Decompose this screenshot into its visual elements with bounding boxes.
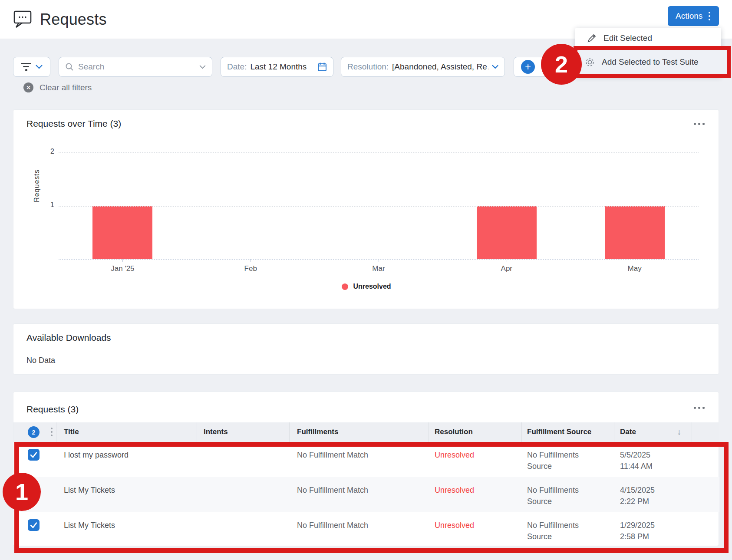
annotation-number: 1 <box>15 478 28 505</box>
clear-all-filters[interactable]: ✕ Clear all filters <box>23 82 92 92</box>
x-tick-label: Apr <box>442 264 570 273</box>
cell-resolution: Unresolved <box>435 520 474 531</box>
plus-icon: + <box>521 60 535 74</box>
clear-all-filters-label: Clear all filters <box>40 83 92 92</box>
gridline <box>59 206 699 207</box>
x-tick-label: Feb <box>187 264 315 273</box>
cell-title: List My Tickets <box>64 484 115 496</box>
cell-date: 4/15/20252:22 PM <box>620 484 655 507</box>
legend-dot <box>342 283 348 290</box>
bar-unresolved <box>605 206 665 259</box>
column-divider <box>521 422 522 442</box>
cell-resolution: Unresolved <box>435 449 474 461</box>
menu-item-label: Add Selected to Test Suite <box>602 57 699 67</box>
chart-menu-button[interactable] <box>692 121 706 127</box>
x-tick-label: Mar <box>315 264 443 273</box>
bar-unresolved <box>477 206 537 259</box>
sort-descending-icon: ↓ <box>677 427 681 437</box>
menu-item-add-to-test-suite[interactable]: Add Selected to Test Suite <box>574 46 731 78</box>
requests-table-card: Requests (3) 2 Title Intents Fulfillment… <box>13 392 719 546</box>
resolution-filter[interactable]: Resolution: [Abandoned, Assisted, Re… <box>341 57 505 77</box>
table-kebab-icon[interactable] <box>50 427 53 437</box>
column-divider <box>429 422 429 442</box>
actions-button[interactable]: Actions <box>668 6 719 26</box>
y-axis-title: Requests <box>33 160 41 212</box>
x-axis-tick <box>635 259 635 262</box>
annotation-circle-2: 2 <box>541 44 582 85</box>
legend-label: Unresolved <box>353 283 391 290</box>
x-axis-tick <box>379 259 379 262</box>
column-header-resolution[interactable]: Resolution <box>435 428 473 436</box>
x-axis-tick <box>122 259 123 262</box>
date-filter-label: Date: <box>227 62 247 72</box>
cell-title: List My Tickets <box>64 520 115 531</box>
date-filter[interactable]: Date: Last 12 Months <box>221 57 333 77</box>
search-input[interactable] <box>78 62 195 72</box>
chevron-down-icon <box>36 65 43 69</box>
page-title: Requests <box>40 10 107 29</box>
available-downloads-card: Available Downloads No Data <box>13 323 719 375</box>
more-options-icon <box>709 12 710 20</box>
cell-title: I lost my password <box>64 449 129 461</box>
cell-date: 5/5/202511:44 AM <box>620 449 653 472</box>
selected-count-badge: 2 <box>28 426 40 438</box>
legend-item-unresolved[interactable]: Unresolved <box>13 283 719 290</box>
cell-fulfillment-source: No Fulfillments Source <box>527 449 592 472</box>
calendar-icon <box>317 62 327 72</box>
cell-fulfillments: No Fulfillment Match <box>297 449 368 461</box>
row-checkbox-checked[interactable] <box>28 519 40 531</box>
filter-button[interactable] <box>13 57 50 77</box>
cell-fulfillment-source: No Fulfillments Source <box>527 484 592 507</box>
x-axis-tick <box>251 259 251 262</box>
filter-lines-icon <box>21 63 31 71</box>
column-divider <box>692 422 692 442</box>
cell-fulfillments: No Fulfillment Match <box>297 484 368 496</box>
column-divider <box>614 422 614 442</box>
downloads-title: Available Downloads <box>26 333 111 343</box>
chart-title: Requests over Time (3) <box>26 119 121 129</box>
search-icon <box>65 63 74 71</box>
x-tick-label: May <box>570 264 699 273</box>
column-header-title[interactable]: Title <box>64 428 79 436</box>
date-filter-value: Last 12 Months <box>250 62 307 72</box>
cell-fulfillment-source: No Fulfillments Source <box>527 520 592 542</box>
column-header-fulfillments[interactable]: Fulfillments <box>297 428 338 436</box>
annotation-circle-1: 1 <box>3 473 41 511</box>
column-divider <box>56 422 56 442</box>
column-header-fulfillment-source[interactable]: Fulfillment Source <box>527 428 591 436</box>
row-checkbox-checked[interactable] <box>28 449 40 461</box>
gear-sync-icon <box>584 57 595 68</box>
column-header-intents[interactable]: Intents <box>204 428 228 436</box>
no-data-text: No Data <box>26 356 55 365</box>
y-tick-label: 2 <box>43 148 54 155</box>
x-axis-tick <box>507 259 507 262</box>
requests-page: Requests Actions Edit Selected Add Selec… <box>0 0 732 560</box>
column-divider <box>197 422 197 442</box>
actions-button-label: Actions <box>676 11 702 21</box>
resolution-filter-label: Resolution: <box>347 62 389 72</box>
column-divider <box>289 422 290 442</box>
table-row-1[interactable]: I lost my password No Fulfillment Match … <box>13 442 719 477</box>
cell-fulfillments: No Fulfillment Match <box>297 520 368 531</box>
clear-icon: ✕ <box>23 82 33 92</box>
column-header-date[interactable]: Date <box>620 428 636 436</box>
x-tick-label: Jan '25 <box>59 264 187 273</box>
bar-unresolved <box>92 206 152 259</box>
table-title: Requests (3) <box>26 404 79 415</box>
chart-plot-area: Jan '25FebMarAprMay 12 <box>59 152 699 259</box>
search-filter[interactable] <box>59 57 212 77</box>
resolution-filter-value: [Abandoned, Assisted, Re… <box>392 62 488 72</box>
requests-over-time-card: Requests over Time (3) Requests Jan '25F… <box>13 109 719 309</box>
gridline <box>59 152 699 153</box>
cell-resolution: Unresolved <box>435 484 474 496</box>
menu-item-label: Edit Selected <box>603 33 652 43</box>
annotation-number: 2 <box>555 51 568 78</box>
chat-bubble-icon <box>13 10 33 29</box>
cell-date: 1/29/20252:58 PM <box>620 520 655 542</box>
table-menu-button[interactable] <box>692 405 706 411</box>
menu-item-edit-selected[interactable]: Edit Selected <box>575 28 721 49</box>
chevron-down-icon <box>492 65 498 69</box>
table-row-2[interactable]: List My Tickets No Fulfillment Match Unr… <box>13 477 719 512</box>
table-row-3[interactable]: List My Tickets No Fulfillment Match Unr… <box>13 512 719 547</box>
chevron-down-icon <box>199 65 206 69</box>
